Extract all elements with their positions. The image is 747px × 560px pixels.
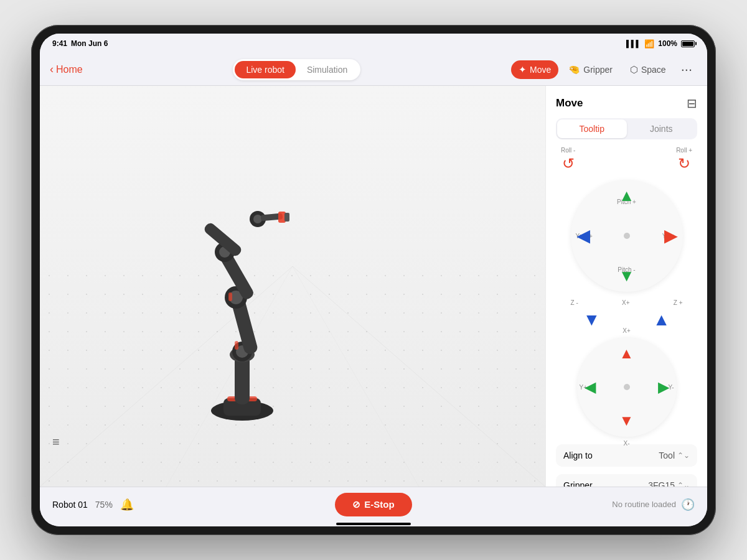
clock-icon[interactable]: 🕐 — [681, 498, 695, 511]
align-to-selector[interactable]: Tool ⌃⌄ — [659, 450, 690, 460]
z-minus-button[interactable]: ▼ — [583, 310, 601, 330]
robot-battery-percent: 75% — [95, 500, 113, 510]
y-minus-label-dpad: Y- — [668, 384, 674, 391]
xy-dpad-section: X+ X- Y+ Y- ▲ ▼ ◀ ▶ — [556, 337, 697, 437]
yaw-left-button[interactable]: ◀ — [577, 226, 590, 246]
pitch-yaw-dpad: Pitch + Pitch - Yaw + Yaw - ▲ ▼ ◀ ▶ — [571, 180, 683, 292]
align-to-label: Align to — [563, 450, 593, 460]
z-minus-label: Z - — [571, 299, 578, 306]
roll-row-top: Roll - ↺ Roll + ↻ — [556, 147, 697, 172]
yaw-right-button[interactable]: ▶ — [664, 226, 677, 246]
estop-label: E-Stop — [364, 499, 394, 510]
svg-rect-13 — [235, 341, 238, 350]
bottom-center: ⊘ E-Stop — [266, 493, 481, 516]
back-button[interactable]: ‹ Home — [50, 63, 83, 76]
align-to-row: Align to Tool ⌃⌄ — [556, 444, 697, 467]
status-bar-right: ▌▌▌ 📶 100% — [626, 39, 695, 49]
status-bar: 9:41 Mon Jun 6 ▌▌▌ 📶 100% — [40, 34, 707, 54]
pitch-up-button[interactable]: ▲ — [619, 186, 635, 205]
simulation-button[interactable]: Simulation — [296, 61, 359, 78]
right-panel: Move ⊟ Tooltip Joints Roll - ↺ Roll + — [545, 86, 707, 487]
more-button[interactable]: ··· — [676, 59, 697, 80]
z-plus-button[interactable]: ▲ — [653, 310, 670, 330]
signal-icon: ▌▌▌ — [626, 40, 641, 47]
battery-icon — [681, 40, 695, 47]
bottom-right: No routine loaded 🕐 — [481, 498, 695, 511]
x-plus-label-dpad: X+ — [622, 327, 631, 334]
tab-move[interactable]: ✦ Move — [511, 60, 558, 79]
bottom-left: Robot 01 75% 🔔 — [52, 498, 266, 511]
xy-dpad: X+ X- Y+ Y- ▲ ▼ ◀ ▶ — [577, 337, 677, 437]
panel-header: Move ⊟ — [556, 96, 697, 111]
robot-viewport: ≡ — [40, 86, 545, 487]
roll-plus-label: Roll + — [676, 147, 692, 154]
roll-minus-button[interactable]: ↺ — [562, 155, 575, 172]
gripper-icon: 🤏 — [568, 64, 580, 75]
tab-gripper[interactable]: 🤏 Gripper — [561, 60, 620, 79]
svg-rect-17 — [228, 292, 232, 301]
status-time: 9:41 — [52, 39, 67, 48]
robot-arm-svg — [143, 168, 342, 429]
bottom-bar: Robot 01 75% 🔔 ⊘ E-Stop No routine loade… — [40, 487, 707, 521]
gripper-row: Gripper 3FG15 ⌃⌄ — [556, 474, 697, 487]
z-plus-label: Z + — [674, 299, 683, 306]
space-icon: ⬡ — [630, 64, 638, 75]
y-plus-button[interactable]: ◀ — [585, 378, 596, 396]
svg-rect-26 — [284, 213, 289, 222]
gripper-value: 3FG15 — [648, 480, 675, 487]
back-label: Home — [56, 64, 83, 75]
tab-move-label: Move — [530, 65, 551, 75]
x-plus-button[interactable]: ▲ — [619, 345, 634, 362]
tab-space-label: Space — [641, 65, 666, 75]
gripper-selector[interactable]: 3FG15 ⌃⌄ — [648, 480, 690, 487]
svg-point-23 — [253, 215, 262, 223]
move-icon: ✦ — [519, 64, 527, 75]
tab-tooltip[interactable]: Tooltip — [557, 119, 627, 138]
z-label-row: Z - X+ Z + — [571, 299, 683, 306]
nav-bar: ‹ Home Live robot Simulation ✦ Move 🤏 Gr… — [40, 54, 707, 86]
panel-settings-icon[interactable]: ⊟ — [687, 96, 697, 111]
mode-toggle-group: Live robot Simulation — [90, 59, 504, 80]
status-bar-left: 9:41 Mon Jun 6 — [52, 39, 108, 48]
align-to-value: Tool — [659, 450, 675, 460]
pitch-yaw-dpad-section: Pitch + Pitch - Yaw + Yaw - ▲ ▼ ◀ ▶ — [556, 180, 697, 292]
gripper-label: Gripper — [563, 480, 593, 487]
x-minus-button[interactable]: ▼ — [619, 412, 634, 429]
home-bar — [336, 523, 411, 525]
x-minus-label-dpad: X- — [624, 440, 630, 447]
robot-arm — [143, 168, 342, 404]
tab-space[interactable]: ⬡ Space — [622, 60, 674, 79]
no-routine-label: No routine loaded — [612, 500, 676, 509]
tablet-shell: 9:41 Mon Jun 6 ▌▌▌ 📶 100% ‹ Home Live ro… — [31, 25, 716, 535]
estop-button[interactable]: ⊘ E-Stop — [335, 493, 411, 516]
live-robot-button[interactable]: Live robot — [235, 61, 295, 78]
tab-gripper-label: Gripper — [583, 65, 613, 75]
roll-minus-label: Roll - — [561, 147, 575, 154]
menu-icon-button[interactable]: ≡ — [52, 435, 60, 449]
main-content: ≡ Move ⊟ Tooltip Joints Roll - — [40, 86, 707, 487]
pitch-down-button[interactable]: ▼ — [619, 266, 635, 286]
estop-stop-icon: ⊘ — [352, 499, 360, 510]
panel-title: Move — [556, 97, 583, 110]
gripper-chevron: ⌃⌄ — [677, 481, 690, 487]
align-to-chevron: ⌃⌄ — [677, 451, 690, 460]
roll-plus-button[interactable]: ↻ — [678, 155, 690, 172]
panel-tabs: Tooltip Joints — [556, 118, 697, 139]
bell-icon[interactable]: 🔔 — [120, 498, 134, 511]
z-controls: Z - X+ Z + ▼ ▲ — [556, 299, 697, 330]
dpad-center — [624, 233, 630, 239]
status-date: Mon Jun 6 — [71, 39, 108, 48]
tab-joints[interactable]: Joints — [627, 119, 697, 138]
chevron-left-icon: ‹ — [50, 63, 54, 76]
mode-toggle: Live robot Simulation — [233, 59, 360, 80]
x-plus-label: X+ — [622, 299, 630, 306]
y-minus-button[interactable]: ▶ — [658, 378, 669, 396]
tablet-screen: 9:41 Mon Jun 6 ▌▌▌ 📶 100% ‹ Home Live ro… — [40, 34, 707, 526]
xy-dpad-center — [624, 384, 630, 390]
robot-name: Robot 01 — [52, 500, 88, 510]
nav-right-tabs: ✦ Move 🤏 Gripper ⬡ Space ··· — [511, 59, 697, 80]
home-indicator — [40, 521, 707, 526]
battery-percent: 100% — [658, 39, 677, 48]
wifi-icon: 📶 — [644, 39, 654, 49]
